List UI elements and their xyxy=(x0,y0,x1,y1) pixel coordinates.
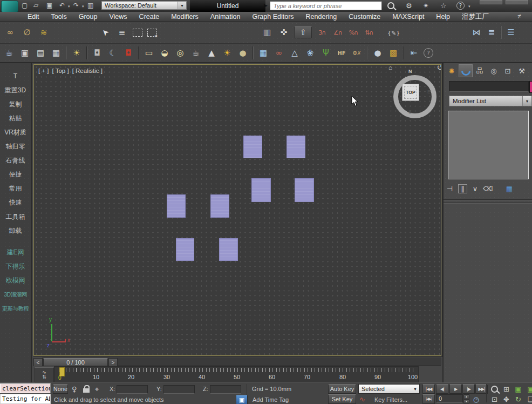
show-end-result-icon[interactable]: ‖ xyxy=(458,184,467,193)
mirror-icon[interactable]: ⋈ xyxy=(470,25,482,39)
angle-snap-icon[interactable]: ∠∩ xyxy=(332,25,344,39)
sidebar-item-xiadele[interactable]: 下得乐 xyxy=(1,261,30,272)
key-filters-button[interactable]: Key Filters... xyxy=(374,396,407,403)
tab-display[interactable]: ⊡ xyxy=(501,64,515,77)
menu-help[interactable]: Help xyxy=(430,12,456,22)
menu-rendering[interactable]: Rendering xyxy=(300,12,343,22)
set-key-button[interactable]: Set Key xyxy=(328,394,356,404)
light-lister-icon[interactable]: ☀ xyxy=(71,46,83,60)
chevron-down-icon[interactable]: ▼ xyxy=(413,387,419,391)
sidebar-item-updates[interactable]: 更新与教程 xyxy=(1,303,30,314)
isolate-selection-button[interactable]: ▣ xyxy=(236,395,248,404)
sphere-gray-icon[interactable]: ● xyxy=(372,46,384,60)
scene-object-box[interactable] xyxy=(219,238,238,261)
set-keys-curve-icon[interactable]: ∿ xyxy=(359,395,365,403)
make-unique-icon[interactable]: ∨ xyxy=(473,185,478,193)
material-grid-icon[interactable]: ▩ xyxy=(387,46,399,60)
previous-frame-button[interactable]: < xyxy=(33,358,43,367)
snap-3d-icon[interactable]: 3∩ xyxy=(316,25,328,39)
sidebar-item-reset3d[interactable]: 重置3D xyxy=(1,85,30,96)
zoom-extents-icon[interactable]: ▣ xyxy=(513,384,524,394)
star-icon[interactable]: ☆ xyxy=(440,2,447,10)
tab-hierarchy[interactable]: 品 xyxy=(473,64,487,77)
frame-spinner[interactable]: ▲ ▼ xyxy=(463,394,469,403)
compass-north[interactable]: N xyxy=(408,69,412,74)
transform-gizmo-icon[interactable]: ⌖ xyxy=(95,385,99,394)
orbit-arrows-icon[interactable]: ↺ xyxy=(436,64,441,72)
chevron-down-icon[interactable]: ▼ xyxy=(178,2,186,9)
wrench-icon[interactable]: ⚙ xyxy=(406,2,412,10)
grass-icon[interactable]: Ψ xyxy=(320,46,332,60)
menu-group[interactable]: Group xyxy=(73,12,104,22)
time-slider-thumb[interactable]: 0 / 100 xyxy=(43,358,108,366)
sidebar-item-common[interactable]: 常用 xyxy=(1,183,30,194)
menu-right-icon[interactable]: ≠ xyxy=(517,12,521,20)
key-mode-dropdown[interactable]: Selected ▼ xyxy=(358,384,420,394)
x-coord-field[interactable] xyxy=(117,385,148,394)
plane-light-icon[interactable]: ▭ xyxy=(143,46,155,60)
current-frame-field[interactable]: 0 xyxy=(436,394,463,403)
menu-maxscript[interactable]: MAXScript xyxy=(386,12,430,22)
maxscript-listener-line[interactable]: Testing for AL( xyxy=(0,394,51,404)
spin-up-icon[interactable]: ▲ xyxy=(463,394,469,399)
viewport-top[interactable]: [ + ] [ Top ] [ Realistic ] ⌂ ↺ N W E S … xyxy=(33,64,441,356)
viewport-menu-shading[interactable]: [ Realistic ] xyxy=(72,68,103,74)
zoom-all-icon[interactable]: ⊞ xyxy=(501,384,512,394)
gizmo-pyramid-icon[interactable]: △ xyxy=(289,46,301,60)
maximize-viewport-icon[interactable]: ❏ xyxy=(525,394,532,404)
unlink-icon[interactable]: ∅ xyxy=(21,25,33,39)
scene-object-box[interactable] xyxy=(287,136,305,158)
project-folder-icon[interactable]: ▥ xyxy=(87,2,93,9)
rendered-frame-icon[interactable]: ▣ xyxy=(19,46,31,60)
tab-motion[interactable]: ◎ xyxy=(487,64,501,77)
window-crossing-icon[interactable] xyxy=(147,29,157,37)
sidebar-item-plasterline[interactable]: 石膏线 xyxy=(1,155,30,166)
menu-graph-editors[interactable]: Graph Editors xyxy=(246,12,299,22)
sidebar-item-quick[interactable]: 快速 xyxy=(1,197,30,208)
render-teapot-icon[interactable]: ☕ xyxy=(3,46,15,60)
menu-modifiers[interactable]: Modifiers xyxy=(165,12,204,22)
bind-spacewarp-icon[interactable]: ≋ xyxy=(38,25,50,39)
menu-customize[interactable]: Customize xyxy=(343,12,386,22)
isolate-pin-icon[interactable]: ♀ xyxy=(72,385,77,393)
orbit-icon[interactable]: ↻ xyxy=(513,394,524,404)
new-file-icon[interactable]: ▢ xyxy=(22,2,28,9)
home-icon[interactable]: ⌂ xyxy=(388,64,392,71)
time-slider-track[interactable]: 0 / 100 xyxy=(42,358,441,366)
undo-icon[interactable]: ↶ xyxy=(59,2,65,9)
search-input[interactable]: Type a keyword or phrase xyxy=(270,1,382,10)
help-circle-icon[interactable]: ? xyxy=(424,48,433,58)
select-link-icon[interactable]: ∞ xyxy=(4,25,16,39)
scene-object-box[interactable] xyxy=(251,178,271,202)
field-of-view-icon[interactable]: ⊡ xyxy=(489,394,500,404)
search-icon[interactable] xyxy=(387,2,394,9)
tab-create[interactable]: ✺ xyxy=(445,64,459,77)
scene-object-box[interactable] xyxy=(210,194,229,218)
percent-snap-icon[interactable]: %∩ xyxy=(347,25,359,39)
next-frame-transport-button[interactable]: |▶ xyxy=(462,384,475,394)
modifier-stack[interactable] xyxy=(448,111,529,179)
play-button[interactable]: ▶ xyxy=(449,384,462,394)
search-expand-icon[interactable]: ▶ xyxy=(264,3,268,8)
select-object-icon[interactable]: ➤ xyxy=(96,23,114,42)
go-to-start-button[interactable]: |◀◀ xyxy=(422,384,435,394)
sidebar-item-toolbox[interactable]: 工具箱 xyxy=(1,211,30,222)
sidebar-item-oumo[interactable]: 欧模网 xyxy=(1,275,30,286)
sidebar-item-3dliuliu[interactable]: 3D溜溜网 xyxy=(1,289,30,300)
redo-caret-icon[interactable]: ▾ xyxy=(82,4,84,9)
sidebar-item-axiszero[interactable]: 轴归零 xyxy=(1,141,30,152)
spinner-snap-icon[interactable]: ⇅∩ xyxy=(363,25,375,39)
object-name-field[interactable] xyxy=(449,81,529,92)
redo-icon[interactable]: ↷ xyxy=(73,2,79,9)
auto-key-button[interactable]: Auto Key xyxy=(328,384,356,394)
help-caret-icon[interactable]: ▾ xyxy=(468,4,470,9)
menu-animation[interactable]: Animation xyxy=(204,12,247,22)
pan-hand-icon[interactable]: ✥ xyxy=(501,394,512,404)
menu-views[interactable]: Views xyxy=(103,12,133,22)
satellite-icon[interactable]: ✴ xyxy=(423,2,429,10)
sun-icon[interactable]: ☀ xyxy=(221,46,233,60)
mini-curve-editor-button[interactable]: ∿ ⇅ xyxy=(35,367,54,382)
spin-down-icon[interactable]: ▼ xyxy=(463,399,469,404)
selection-set-none-button[interactable]: None xyxy=(53,384,68,394)
key-mode-toggle-button[interactable]: |◀▶| xyxy=(422,394,435,404)
